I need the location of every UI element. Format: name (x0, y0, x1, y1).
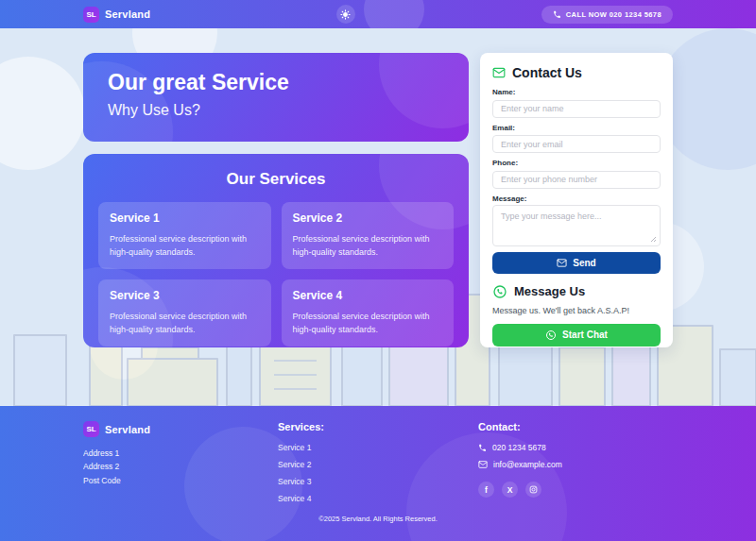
email-label: Email: (492, 124, 661, 132)
textarea-resize-handle[interactable] (650, 236, 657, 243)
instagram-icon[interactable] (525, 482, 541, 498)
address-line: Post Code (83, 474, 278, 487)
phone-icon (478, 444, 487, 452)
phone-input[interactable] (492, 171, 661, 189)
x-twitter-icon[interactable]: X (502, 482, 518, 498)
footer-email-address: info@example.com (493, 460, 562, 469)
address-line: Address 1 (83, 447, 278, 460)
name-input[interactable] (492, 100, 661, 118)
sun-icon (340, 9, 351, 20)
footer-address: Address 1 Address 2 Post Code (83, 447, 278, 487)
footer-phone-number: 020 1234 5678 (492, 443, 546, 452)
service-description: Professional service description with hi… (110, 233, 260, 260)
service-card: Service 4 Professional service descripti… (282, 279, 455, 347)
theme-toggle-button[interactable] (336, 5, 355, 24)
hero-card: Our great Service Why Use Us? (83, 53, 469, 142)
message-us-text: Message us. We'll get back A.S.A.P! (492, 306, 661, 315)
hero-title: Our great Service (108, 70, 444, 95)
mail-icon (492, 66, 506, 79)
service-description: Professional service description with hi… (293, 233, 443, 260)
message-us-title: Message Us (514, 284, 585, 298)
footer-service-link[interactable]: Service 3 (278, 477, 478, 486)
footer-logo[interactable]: SL Servland (83, 421, 278, 437)
services-section: Our Services Service 1 Professional serv… (83, 154, 469, 347)
call-now-label: CALL NOW 020 1234 5678 (566, 10, 662, 19)
background-blob (0, 57, 85, 170)
navbar: SL Servland CALL NOW 020 1234 5678 (0, 0, 756, 28)
send-label: Send (573, 258, 595, 268)
whatsapp-icon (492, 284, 507, 299)
footer-services-title: Services: (278, 421, 478, 432)
message-label: Message: (492, 194, 661, 203)
message-textarea[interactable] (492, 205, 661, 246)
footer-brand-name: Servland (105, 424, 150, 435)
footer-logo-badge: SL (83, 421, 99, 437)
footer-phone-link[interactable]: 020 1234 5678 (478, 443, 673, 452)
send-mail-icon (557, 258, 567, 268)
footer-contact-title: Contact: (478, 421, 673, 432)
hero-subtitle: Why Use Us? (108, 102, 444, 119)
address-line: Address 2 (83, 460, 278, 473)
facebook-icon[interactable]: f (478, 482, 494, 498)
service-title: Service 4 (293, 289, 443, 302)
start-chat-button[interactable]: Start Chat (492, 324, 661, 347)
service-title: Service 1 (110, 211, 260, 225)
x-glyph: X (507, 485, 513, 495)
send-button[interactable]: Send (492, 252, 661, 274)
instagram-glyph (529, 485, 538, 494)
service-title: Service 3 (110, 289, 260, 302)
phone-icon (553, 10, 561, 19)
contact-panel: Contact Us Name: Email: Phone: Message: (480, 53, 673, 347)
footer-email-link[interactable]: info@example.com (478, 460, 673, 469)
copyright-text: ©2025 Servland. All Rights Reserved. (0, 515, 756, 523)
footer: SL Servland Address 1 Address 2 Post Cod… (0, 406, 756, 541)
service-title: Service 2 (293, 211, 443, 225)
facebook-glyph: f (485, 485, 488, 495)
contact-form-title: Contact Us (512, 65, 582, 80)
start-chat-label: Start Chat (562, 330, 608, 340)
name-label: Name: (492, 88, 661, 96)
service-description: Professional service description with hi… (293, 311, 443, 337)
phone-label: Phone: (492, 159, 661, 167)
mail-icon (478, 460, 488, 469)
services-title: Our Services (98, 170, 454, 189)
call-now-button[interactable]: CALL NOW 020 1234 5678 (541, 6, 673, 24)
navbar-logo[interactable]: SL Servland (83, 7, 150, 23)
service-card: Service 1 Professional service descripti… (98, 202, 271, 269)
logo-badge: SL (83, 7, 99, 23)
social-links: f X (478, 482, 673, 498)
footer-service-link[interactable]: Service 2 (278, 460, 478, 469)
footer-service-link[interactable]: Service 4 (278, 494, 478, 503)
brand-name: Servland (105, 8, 150, 20)
chat-whatsapp-icon (545, 330, 557, 341)
service-card: Service 3 Professional service descripti… (98, 279, 271, 347)
service-description: Professional service description with hi… (110, 311, 260, 337)
email-input[interactable] (492, 135, 661, 153)
main-content: Our great Service Why Use Us? Our Servic… (83, 53, 673, 347)
footer-service-link[interactable]: Service 1 (278, 443, 478, 452)
service-card: Service 2 Professional service descripti… (282, 202, 455, 269)
